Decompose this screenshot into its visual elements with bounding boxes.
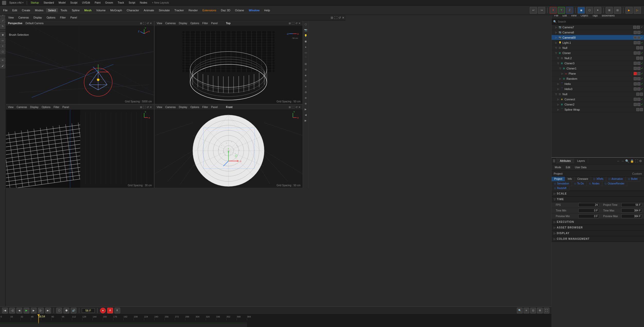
previewmin-input[interactable] xyxy=(578,214,599,218)
connect-lock-btn[interactable] xyxy=(637,98,640,101)
cloner-lock-btn[interactable] xyxy=(637,51,640,55)
vp-top-menu-panel[interactable]: Panel xyxy=(211,22,218,25)
vp-front-menu-options[interactable]: Options xyxy=(190,106,199,109)
tool-brush[interactable]: ✏ xyxy=(0,58,5,63)
vp-icon-cube[interactable]: ◼ xyxy=(303,39,308,44)
vp-p-icon2[interactable]: ⛶ xyxy=(143,22,146,25)
tab-model[interactable]: Model xyxy=(57,1,68,5)
tab-paint[interactable]: Paint xyxy=(93,1,103,5)
undo-btn[interactable]: ↩ xyxy=(530,7,537,14)
vp-icon-arrow-left[interactable]: ◀ xyxy=(303,112,308,117)
viewport-front[interactable]: View Cameras Display Options Filter Pane… xyxy=(154,104,303,188)
timeline-sound-btn[interactable]: 🔊 xyxy=(71,308,76,313)
project-time-input[interactable] xyxy=(621,203,642,207)
tab-sculpt[interactable]: Sculpt xyxy=(68,1,80,5)
subtab-redshift[interactable]: □ Redshift xyxy=(552,186,569,191)
list-item[interactable]: ▽ ⊡ Null xyxy=(552,45,644,50)
menu-extensions[interactable]: Extensions xyxy=(200,8,218,12)
vp-top-menu-options[interactable]: Options xyxy=(190,22,199,25)
vp-icon-sphere[interactable]: ● xyxy=(303,44,308,49)
vp-menu-panel[interactable]: Panel xyxy=(69,16,79,19)
viewport-top[interactable]: View Cameras Display Options Filter Pane… xyxy=(154,21,303,104)
subtab-cineware[interactable]: Cineware xyxy=(575,177,591,181)
timemax-input[interactable] xyxy=(621,209,642,213)
vp-top-menu-filter[interactable]: Filter xyxy=(202,22,208,25)
tab-uvedit[interactable]: UVEdit xyxy=(80,1,92,5)
subtab-info[interactable]: Info xyxy=(565,177,575,181)
tool-live-selection[interactable]: ◉ xyxy=(0,32,5,37)
timeline-autokey-btn[interactable]: A xyxy=(107,308,113,313)
timeline-settings-btn[interactable]: ⚙ xyxy=(537,308,543,313)
timeline-filter-btn[interactable]: ≡ xyxy=(524,308,529,313)
timeline-fullscreen-btn[interactable]: ⛶ xyxy=(544,308,549,313)
tool-polygon[interactable]: ⬡ xyxy=(0,49,5,54)
mode-sculpt-btn[interactable]: ✦ xyxy=(594,7,601,14)
vp-icon-link[interactable]: ⊗ xyxy=(303,101,308,106)
vp-layout-icon[interactable]: ⊞ xyxy=(331,16,333,20)
list-item[interactable]: ▷ 📷 Camera8 ✓ xyxy=(552,30,644,35)
timeline-prev-frame-btn[interactable]: ◀ xyxy=(16,308,22,313)
tool-lasso[interactable]: ⌖ xyxy=(0,43,5,49)
vp-icon-render-region[interactable]: ⬡ xyxy=(303,22,308,27)
list-item[interactable]: ▷ ⊕ Connect ✓ xyxy=(552,97,644,102)
tab-groom[interactable]: Groom xyxy=(103,1,115,5)
vp-front-menu-filter[interactable]: Filter xyxy=(202,106,208,109)
list-item[interactable]: ▽ ⊞ Cloner1 ✓ xyxy=(552,66,644,71)
vp-menu-filter[interactable]: Filter xyxy=(58,16,67,19)
menu-simulate[interactable]: Simulate xyxy=(157,8,172,12)
list-item[interactable]: ▷ 📷 Camera00 ✓ xyxy=(552,35,644,40)
menu-tracker[interactable]: Tracker xyxy=(172,8,186,12)
list-item[interactable]: ▷ ⌒ Helix ✓ xyxy=(552,81,644,86)
timeline-home-btn[interactable]: |◀ xyxy=(2,308,8,313)
vp-left-menu-options[interactable]: Options xyxy=(42,106,50,109)
attr-settings-icon[interactable]: ⚙ xyxy=(639,159,642,163)
list-item[interactable]: ▽ ⊡ Null xyxy=(552,92,644,97)
timeline-layout1-btn[interactable]: ⬡ xyxy=(56,308,62,313)
fps-input[interactable] xyxy=(578,203,599,207)
vp-icon-null[interactable]: ✕ xyxy=(303,84,308,89)
list-item[interactable]: ▷ ⌒ Helix3 ✓ xyxy=(552,86,644,92)
tool-paint[interactable]: 🖌 xyxy=(0,63,5,68)
menu-tools[interactable]: Tools xyxy=(58,8,69,12)
vp-icon-boole[interactable]: ⊘ xyxy=(303,67,308,72)
grid-btn[interactable]: ⊟ xyxy=(614,7,621,14)
vp-l-icon4[interactable]: ✕ xyxy=(150,106,152,109)
menu-animate[interactable]: Animate xyxy=(142,8,156,12)
subtab-project[interactable]: Project xyxy=(552,177,565,181)
menu-mesh[interactable]: Mesh xyxy=(82,8,94,12)
helix3-vis-btn[interactable] xyxy=(634,87,637,91)
helix3-lock-btn[interactable] xyxy=(637,87,640,91)
menu-modes[interactable]: Modes xyxy=(33,8,46,12)
vp-t-icon3[interactable]: ↺ xyxy=(295,22,297,25)
list-item[interactable]: ▽ ⊞ Cloner3 ✓ xyxy=(552,61,644,66)
menu-file[interactable]: File xyxy=(1,8,10,12)
helix-vis-btn[interactable] xyxy=(634,82,637,85)
cloner3-vis-btn[interactable] xyxy=(634,62,637,65)
vp-close-icon[interactable]: ✕ xyxy=(342,16,345,20)
tab-startup[interactable]: Startup xyxy=(29,1,41,5)
vp-icon-floor[interactable]: ▭ xyxy=(303,50,308,55)
tab-standard[interactable]: Standard xyxy=(41,1,56,5)
vp-icon-camera[interactable]: 📷 xyxy=(303,27,308,32)
tab-layers[interactable]: Layers xyxy=(574,158,588,163)
render-btn[interactable]: ▷ xyxy=(634,7,641,14)
tab-nodes[interactable]: Nodes xyxy=(138,1,149,5)
timeline-next-key-btn[interactable]: |▷ xyxy=(38,308,44,313)
plane-lock-btn[interactable] xyxy=(637,72,640,75)
file-tab[interactable]: Space.c4d × xyxy=(8,1,25,4)
vp-front-menu-view[interactable]: View xyxy=(157,106,162,109)
vp-left-menu-cameras[interactable]: Cameras xyxy=(17,106,27,109)
null1-vis-btn[interactable] xyxy=(636,46,639,49)
menu-daz3d[interactable]: Daz 3D xyxy=(219,8,233,12)
menu-character[interactable]: Character xyxy=(125,8,141,12)
attr-section-execution-header[interactable]: ▷ EXECUTION xyxy=(552,219,644,225)
vp-icon-arrow-right[interactable]: ▶ xyxy=(303,118,308,123)
null3-lock-btn[interactable] xyxy=(640,93,643,96)
vp-front-menu-cameras[interactable]: Cameras xyxy=(165,106,176,109)
timeline-play-btn[interactable]: ▶ xyxy=(24,308,29,313)
timeline-options-btn[interactable]: ⊡ xyxy=(530,308,536,313)
timemin-input[interactable] xyxy=(578,209,599,213)
viewport-perspective[interactable]: Perspective Default Camera ⊞ ⛶ ↺ ✕ xyxy=(6,21,154,104)
light1-lock-btn[interactable] xyxy=(637,41,640,44)
vp-f-icon1[interactable]: ⊞ xyxy=(289,106,291,109)
